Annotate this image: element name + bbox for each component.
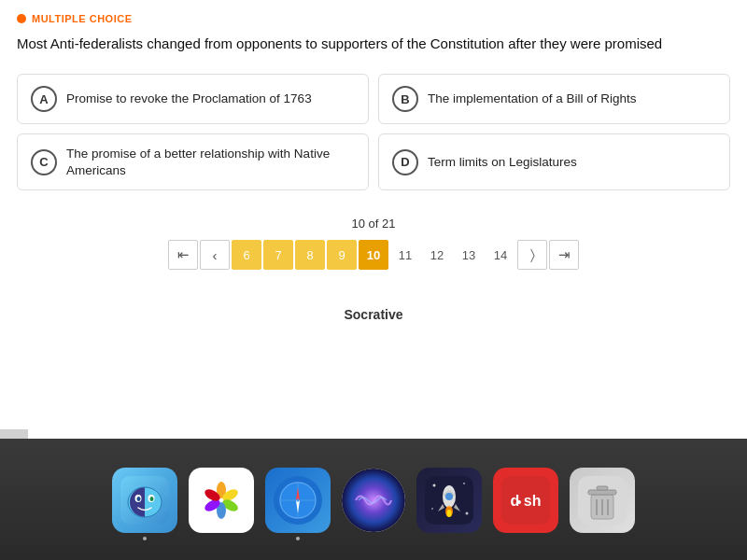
answer-text-c: The promise of a better relationship wit… xyxy=(66,146,355,178)
pagination-controls: ⇤ ‹ 6 7 8 9 10 11 12 13 14 〉 ⇥ xyxy=(168,240,579,270)
dock-siri-button[interactable] xyxy=(342,469,405,532)
svg-point-33 xyxy=(517,500,521,504)
answer-option-b[interactable]: B The implementation of a Bill of Rights xyxy=(378,74,730,124)
dish-network-icon: d sh xyxy=(501,476,550,525)
dock-trash-button[interactable] xyxy=(570,468,635,533)
answer-text-b: The implementation of a Bill of Rights xyxy=(428,91,637,107)
launchpad-icon xyxy=(425,476,473,525)
svg-point-6 xyxy=(150,497,154,501)
page-11-button[interactable]: 11 xyxy=(390,240,420,270)
dock-trash-wrapper xyxy=(570,468,635,533)
next-page-button[interactable]: 〉 xyxy=(517,240,547,270)
pagination-area: 10 of 21 ⇤ ‹ 6 7 8 9 10 11 12 13 14 〉 ⇥ xyxy=(17,217,730,270)
answer-option-d[interactable]: D Term limits on Legislatures xyxy=(378,133,730,190)
dock-safari-button[interactable] xyxy=(265,468,331,533)
page-13-button[interactable]: 13 xyxy=(454,240,484,270)
question-type-label: MULTIPLE CHOICE xyxy=(17,13,730,24)
answer-bubble-b: B xyxy=(392,86,418,112)
answer-text-d: Term limits on Legislatures xyxy=(428,154,577,171)
safari-dot xyxy=(296,537,300,540)
dock-finder-button[interactable] xyxy=(112,468,177,533)
page-7-button[interactable]: 7 xyxy=(263,240,293,270)
page-12-button[interactable]: 12 xyxy=(422,240,452,270)
answer-bubble-d: D xyxy=(392,149,418,175)
prev-page-button[interactable]: ‹ xyxy=(200,240,230,270)
dock-dish-wrapper: d sh xyxy=(493,468,558,533)
page-count-label: 10 of 21 xyxy=(352,217,396,231)
svg-point-23 xyxy=(433,484,436,487)
first-page-button[interactable]: ⇤ xyxy=(168,240,198,270)
svg-point-28 xyxy=(445,493,453,500)
answers-grid: A Promise to revoke the Proclamation of … xyxy=(17,74,730,190)
answer-option-c[interactable]: C The promise of a better relationship w… xyxy=(17,133,369,190)
dock-photos-button[interactable] xyxy=(189,468,254,533)
answer-option-a[interactable]: A Promise to revoke the Proclamation of … xyxy=(17,74,369,124)
svg-point-24 xyxy=(463,483,465,484)
finder-dot xyxy=(143,537,147,540)
svg-point-26 xyxy=(466,512,469,515)
dock-photos-wrapper xyxy=(189,468,254,533)
question-text: Most Anti-federalists changed from oppon… xyxy=(17,34,730,53)
svg-point-5 xyxy=(137,497,141,501)
safari-icon xyxy=(274,476,322,525)
finder-icon xyxy=(120,476,169,525)
dock-launchpad-wrapper xyxy=(416,468,482,533)
svg-point-25 xyxy=(431,508,433,510)
page-10-button[interactable]: 10 xyxy=(359,240,388,270)
dock-finder-wrapper xyxy=(112,468,177,533)
mc-dot-icon xyxy=(17,14,26,23)
page-8-button[interactable]: 8 xyxy=(295,240,325,270)
answer-bubble-a: A xyxy=(31,86,57,112)
answer-bubble-c: C xyxy=(31,149,57,175)
svg-text:d sh: d sh xyxy=(511,493,542,509)
main-content: MULTIPLE CHOICE Most Anti-federalists ch… xyxy=(0,0,747,439)
dock-launchpad-button[interactable] xyxy=(416,468,482,533)
svg-rect-37 xyxy=(597,486,608,490)
dock-siri-wrapper xyxy=(342,469,405,532)
trash-icon xyxy=(578,476,627,525)
dock-dish-button[interactable]: d sh xyxy=(493,468,558,533)
macos-dock: d sh xyxy=(0,439,747,560)
svg-rect-36 xyxy=(588,490,616,495)
photos-icon xyxy=(197,476,246,525)
page-14-button[interactable]: 14 xyxy=(486,240,515,270)
brand-label: Socrative xyxy=(17,307,730,322)
mc-label-text: MULTIPLE CHOICE xyxy=(32,13,133,24)
siri-icon xyxy=(342,469,405,532)
page-9-button[interactable]: 9 xyxy=(327,240,357,270)
last-page-button[interactable]: ⇥ xyxy=(549,240,579,270)
svg-point-30 xyxy=(447,510,452,517)
page-6-button[interactable]: 6 xyxy=(232,240,261,270)
dock-safari-wrapper xyxy=(265,468,331,533)
answer-text-a: Promise to revoke the Proclamation of 17… xyxy=(66,91,312,107)
